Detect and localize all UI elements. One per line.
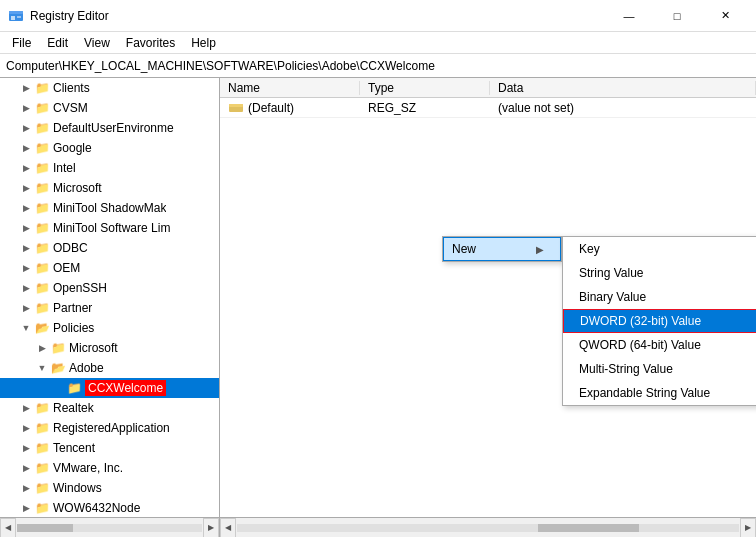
- tree-item-registeredapps[interactable]: ▶ 📁 RegisteredApplication: [0, 418, 219, 438]
- expand-icon[interactable]: ▶: [20, 222, 32, 234]
- tree-scroll[interactable]: ▶ 📁 Clients ▶ 📁 CVSM ▶ 📁 DefaultUserEnvi…: [0, 78, 219, 517]
- expand-icon[interactable]: ▶: [20, 262, 32, 274]
- scroll-right-btn[interactable]: ▶: [203, 518, 219, 538]
- new-menu-item[interactable]: New ▶: [443, 237, 561, 261]
- tree-label: Google: [53, 141, 92, 155]
- title-bar: Registry Editor — □ ✕: [0, 0, 756, 32]
- expand-icon[interactable]: ▶: [20, 442, 32, 454]
- expand-icon[interactable]: ▼: [36, 362, 48, 374]
- scroll-right-btn-right[interactable]: ▶: [740, 518, 756, 538]
- tree-label: Intel: [53, 161, 76, 175]
- menu-file[interactable]: File: [4, 34, 39, 52]
- submenu-item-multi-string[interactable]: Multi-String Value: [563, 357, 756, 381]
- tree-label: OpenSSH: [53, 281, 107, 295]
- folder-icon: 📁: [35, 441, 50, 455]
- menu-view[interactable]: View: [76, 34, 118, 52]
- expand-icon[interactable]: ▶: [20, 502, 32, 514]
- submenu: Key String Value Binary Value DWORD (32-…: [562, 236, 756, 406]
- svg-rect-5: [229, 104, 243, 107]
- folder-icon: 📁: [35, 421, 50, 435]
- submenu-item-qword-value[interactable]: QWORD (64-bit) Value: [563, 333, 756, 357]
- expand-icon[interactable]: ▶: [20, 282, 32, 294]
- folder-icon: 📁: [35, 281, 50, 295]
- tree-item-realtek[interactable]: ▶ 📁 Realtek: [0, 398, 219, 418]
- expand-icon[interactable]: ▶: [20, 402, 32, 414]
- tree-label: WOW6432Node: [53, 501, 140, 515]
- right-panel: Name Type Data (Default) REG_SZ (value n…: [220, 78, 756, 517]
- folder-icon: 📁: [35, 261, 50, 275]
- cell-data: (value not set): [490, 101, 756, 115]
- right-scrollbar: ◀ ▶: [220, 518, 756, 537]
- folder-icon: 📁: [35, 81, 50, 95]
- expand-icon[interactable]: ▶: [20, 202, 32, 214]
- expand-icon[interactable]: ▶: [20, 302, 32, 314]
- expand-icon[interactable]: ▶: [36, 342, 48, 354]
- menu-help[interactable]: Help: [183, 34, 224, 52]
- submenu-item-string-value[interactable]: String Value: [563, 261, 756, 285]
- tree-item-clients[interactable]: ▶ 📁 Clients: [0, 78, 219, 98]
- tree-item-microsoft2[interactable]: ▶ 📁 Microsoft: [0, 338, 219, 358]
- tree-item-vmware[interactable]: ▶ 📁 VMware, Inc.: [0, 458, 219, 478]
- scroll-left-btn-right[interactable]: ◀: [220, 518, 236, 538]
- svg-rect-1: [9, 11, 23, 14]
- expand-icon[interactable]: ▶: [20, 122, 32, 134]
- tree-item-oem[interactable]: ▶ 📁 OEM: [0, 258, 219, 278]
- submenu-label: Multi-String Value: [579, 362, 673, 376]
- menu-edit[interactable]: Edit: [39, 34, 76, 52]
- expand-icon[interactable]: ▶: [20, 482, 32, 494]
- tree-item-tencent[interactable]: ▶ 📁 Tencent: [0, 438, 219, 458]
- tree-item-windows[interactable]: ▶ 📁 Windows: [0, 478, 219, 498]
- tree-label: Microsoft: [53, 181, 102, 195]
- tree-item-minitool-soft[interactable]: ▶ 📁 MiniTool Software Lim: [0, 218, 219, 238]
- tree-item-odbc[interactable]: ▶ 📁 ODBC: [0, 238, 219, 258]
- tree-item-cvsm[interactable]: ▶ 📁 CVSM: [0, 98, 219, 118]
- expand-icon[interactable]: ▶: [20, 242, 32, 254]
- expand-icon[interactable]: ▶: [20, 102, 32, 114]
- tree-item-partner[interactable]: ▶ 📁 Partner: [0, 298, 219, 318]
- expand-icon[interactable]: ▶: [20, 182, 32, 194]
- submenu-item-expandable-string[interactable]: Expandable String Value: [563, 381, 756, 405]
- expand-icon[interactable]: ▼: [20, 322, 32, 334]
- submenu-label: QWORD (64-bit) Value: [579, 338, 701, 352]
- tree-label: Realtek: [53, 401, 94, 415]
- submenu-label: Binary Value: [579, 290, 646, 304]
- expand-icon[interactable]: ▶: [20, 162, 32, 174]
- tree-item-defaultuser[interactable]: ▶ 📁 DefaultUserEnvironme: [0, 118, 219, 138]
- window-controls: — □ ✕: [606, 0, 748, 32]
- expand-icon[interactable]: ▶: [20, 82, 32, 94]
- tree-item-adobe[interactable]: ▼ 📂 Adobe: [0, 358, 219, 378]
- submenu-label: Key: [579, 242, 600, 256]
- tree-item-wow6432[interactable]: ▶ 📁 WOW6432Node: [0, 498, 219, 517]
- submenu-item-binary-value[interactable]: Binary Value: [563, 285, 756, 309]
- tree-item-policies[interactable]: ▼ 📂 Policies: [0, 318, 219, 338]
- tree-item-google[interactable]: ▶ 📁 Google: [0, 138, 219, 158]
- maximize-button[interactable]: □: [654, 0, 700, 32]
- title-bar-left: Registry Editor: [8, 8, 109, 24]
- tree-item-intel[interactable]: ▶ 📁 Intel: [0, 158, 219, 178]
- table-row[interactable]: (Default) REG_SZ (value not set): [220, 98, 756, 118]
- folder-icon: 📁: [35, 141, 50, 155]
- expand-icon[interactable]: ▶: [20, 462, 32, 474]
- tree-label: VMware, Inc.: [53, 461, 123, 475]
- tree-label: Policies: [53, 321, 94, 335]
- submenu-item-dword-value[interactable]: DWORD (32-bit) Value: [563, 309, 756, 333]
- col-header-type: Type: [360, 81, 490, 95]
- tree-panel: ▶ 📁 Clients ▶ 📁 CVSM ▶ 📁 DefaultUserEnvi…: [0, 78, 220, 517]
- tree-item-ccxwelcome[interactable]: ▶ 📁 CCXWelcome: [0, 378, 219, 398]
- expand-icon[interactable]: ▶: [20, 142, 32, 154]
- folder-icon: 📂: [51, 361, 66, 375]
- right-scroll-track[interactable]: [237, 524, 739, 532]
- scroll-left-btn[interactable]: ◀: [0, 518, 16, 538]
- menu-favorites[interactable]: Favorites: [118, 34, 183, 52]
- tree-label: Windows: [53, 481, 102, 495]
- tree-item-microsoft[interactable]: ▶ 📁 Microsoft: [0, 178, 219, 198]
- left-scroll-track[interactable]: [17, 524, 202, 532]
- tree-item-minitool-shadow[interactable]: ▶ 📁 MiniTool ShadowMak: [0, 198, 219, 218]
- main-content: ▶ 📁 Clients ▶ 📁 CVSM ▶ 📁 DefaultUserEnvi…: [0, 78, 756, 517]
- expand-icon[interactable]: ▶: [20, 422, 32, 434]
- tree-item-openssh[interactable]: ▶ 📁 OpenSSH: [0, 278, 219, 298]
- submenu-item-key[interactable]: Key: [563, 237, 756, 261]
- close-button[interactable]: ✕: [702, 0, 748, 32]
- cell-type: REG_SZ: [360, 101, 490, 115]
- minimize-button[interactable]: —: [606, 0, 652, 32]
